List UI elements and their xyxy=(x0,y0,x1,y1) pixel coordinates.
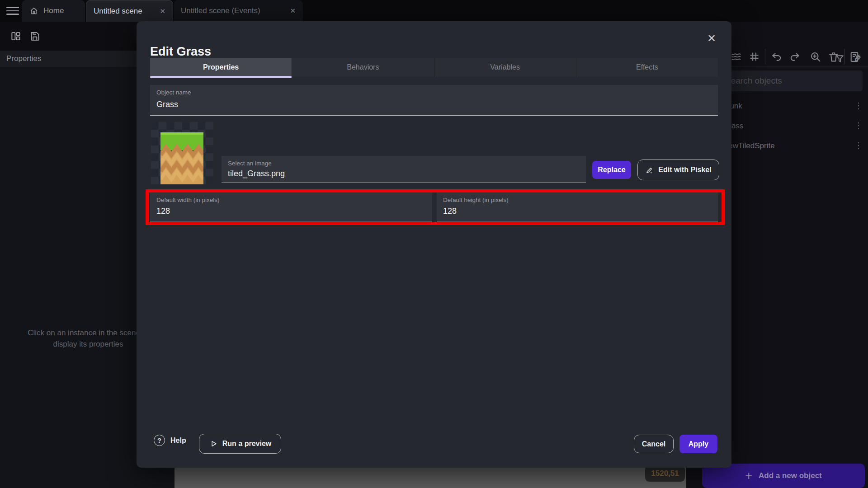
select-image-value: tiled_Grass.png xyxy=(228,169,285,178)
pencil-icon xyxy=(645,166,654,174)
help-button[interactable]: ? Help xyxy=(154,435,186,446)
object-image-thumbnail[interactable] xyxy=(151,122,213,184)
dialog-title: Edit Grass xyxy=(150,45,211,59)
replace-button[interactable]: Replace xyxy=(592,161,631,179)
tab-properties[interactable]: Properties xyxy=(150,58,292,77)
close-tab-icon[interactable]: ✕ xyxy=(160,7,165,15)
run-preview-label: Run a preview xyxy=(222,440,271,448)
close-tab-icon[interactable]: ✕ xyxy=(290,7,296,15)
default-width-value: 128 xyxy=(156,206,170,216)
dialog-tab-bar: Properties Behaviors Variables Effects xyxy=(150,58,718,77)
object-menu-icon[interactable]: ⋮ xyxy=(854,121,863,131)
select-image-label: Select an image xyxy=(228,160,272,167)
tab-events-label: Untitled scene (Events) xyxy=(181,6,260,15)
tab-behaviors[interactable]: Behaviors xyxy=(292,58,434,77)
object-name-field[interactable]: Object name Grass xyxy=(150,85,718,116)
tab-home[interactable]: Home xyxy=(22,0,85,22)
edit-with-piskel-button[interactable]: Edit with Piskel xyxy=(637,160,719,180)
properties-panel-title: Properties xyxy=(6,54,41,63)
tab-untitled-scene-events[interactable]: Untitled scene (Events) ✕ xyxy=(174,0,303,22)
tab-effects[interactable]: Effects xyxy=(576,58,718,77)
object-menu-icon[interactable]: ⋮ xyxy=(854,141,863,150)
home-icon xyxy=(29,6,39,16)
tab-home-label: Home xyxy=(43,6,64,15)
cursor-coordinates-badge: 1520,51 xyxy=(645,465,685,482)
run-preview-button[interactable]: Run a preview xyxy=(199,434,281,454)
object-name-value: Grass xyxy=(156,100,178,109)
object-menu-icon[interactable]: ⋮ xyxy=(854,101,863,111)
tab-scene-label: Untitled scene xyxy=(94,7,142,16)
default-width-label: Default width (in pixels) xyxy=(156,197,220,203)
toggle-panels-icon[interactable] xyxy=(10,30,22,42)
tab-untitled-scene[interactable]: Untitled scene ✕ xyxy=(86,0,173,22)
add-new-object-label: Add a new object xyxy=(759,471,822,480)
object-name-label: Object name xyxy=(156,89,191,96)
cancel-label: Cancel xyxy=(642,440,665,448)
active-tab-underline xyxy=(150,76,292,78)
help-icon: ? xyxy=(154,435,165,446)
menu-icon[interactable] xyxy=(6,7,19,15)
tab-variables[interactable]: Variables xyxy=(434,58,576,77)
top-tab-bar: Home Untitled scene ✕ Untitled scene (Ev… xyxy=(0,0,868,22)
close-dialog-icon[interactable]: ✕ xyxy=(707,32,716,45)
default-height-field[interactable]: Default height (in pixels) 128 xyxy=(437,192,718,221)
plus-icon: + xyxy=(745,470,752,482)
cancel-button[interactable]: Cancel xyxy=(634,435,674,453)
default-height-label: Default height (in pixels) xyxy=(443,197,509,203)
play-icon xyxy=(209,439,218,448)
edit-grass-dialog: Edit Grass ✕ Properties Behaviors Variab… xyxy=(137,21,731,468)
help-label: Help xyxy=(170,436,186,445)
edit-with-piskel-label: Edit with Piskel xyxy=(658,166,711,174)
select-image-field[interactable]: Select an image tiled_Grass.png xyxy=(222,156,586,183)
default-width-field[interactable]: Default width (in pixels) 128 xyxy=(150,192,432,221)
apply-button[interactable]: Apply xyxy=(679,435,717,453)
grass-sprite-image xyxy=(160,132,203,184)
save-icon[interactable] xyxy=(29,30,41,42)
search-objects-input[interactable] xyxy=(719,70,863,91)
default-height-value: 128 xyxy=(443,206,457,216)
